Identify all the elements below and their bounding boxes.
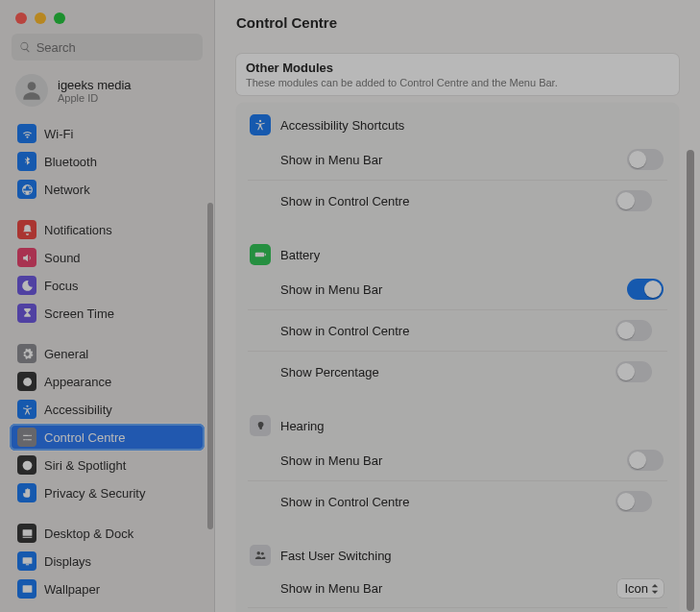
sidebar-item-sound[interactable]: Sound <box>10 244 205 271</box>
sidebar-item-label: Screen Time <box>44 306 114 321</box>
toggle-switch[interactable] <box>616 190 652 211</box>
siri-icon <box>17 455 36 475</box>
search-input[interactable] <box>36 40 195 55</box>
section-title: Other Modules <box>246 61 669 75</box>
hourglass-icon <box>17 304 36 323</box>
sidebar-item-control-centre[interactable]: Control Centre <box>10 424 205 451</box>
setting-label: Show in Control Centre <box>280 495 409 509</box>
sidebar-item-wi-fi[interactable]: Wi-Fi <box>10 120 205 147</box>
setting-label: Show in Menu Bar <box>280 153 382 167</box>
setting-label: Show in Control Centre <box>280 324 409 338</box>
content-area: Other Modules These modules can be added… <box>215 44 700 612</box>
module-name: Fast User Switching <box>280 549 392 563</box>
select-value: Icon <box>624 581 648 596</box>
sidebar-item-label: Appearance <box>44 375 111 389</box>
module-title-fast-user-switching: Fast User Switching <box>236 533 679 570</box>
sidebar-item-label: Wi-Fi <box>44 127 73 141</box>
sidebar-item-accessibility[interactable]: Accessibility <box>10 396 205 423</box>
svg-point-12 <box>257 551 261 555</box>
select-dropdown[interactable]: Icon <box>617 579 664 598</box>
svg-rect-6 <box>22 557 32 564</box>
sidebar-item-screen-time[interactable]: Screen Time <box>10 300 205 327</box>
sidebar-item-desktop-dock[interactable]: Desktop & Dock <box>10 520 205 547</box>
toggle-switch[interactable] <box>627 279 664 300</box>
svg-point-2 <box>26 404 28 406</box>
sidebar-item-label: Notifications <box>44 223 112 237</box>
sidebar-item-label: Wallpaper <box>44 582 100 597</box>
sidebar-item-network[interactable]: Network <box>10 176 205 203</box>
settings-window: igeeks media Apple ID Wi-FiBluetoothNetw… <box>0 0 700 612</box>
sidebar-item-label: Accessibility <box>44 403 112 417</box>
account-row[interactable]: igeeks media Apple ID <box>0 66 214 116</box>
setting-row: Show in Control Centre <box>248 607 667 612</box>
sidebar-item-displays[interactable]: Displays <box>10 548 205 575</box>
sidebar-item-general[interactable]: General <box>10 340 205 367</box>
sidebar-item-label: General <box>44 347 88 361</box>
users-icon <box>250 545 271 566</box>
toggle-switch[interactable] <box>616 361 652 382</box>
sidebar-item-label: Displays <box>44 554 91 569</box>
svg-rect-11 <box>265 254 266 256</box>
avatar <box>15 74 48 107</box>
moon-icon <box>17 276 36 295</box>
sidebar-item-wallpaper[interactable]: Wallpaper <box>10 575 205 602</box>
gear-icon <box>17 344 36 363</box>
toggle-switch[interactable] <box>627 450 664 471</box>
speaker-icon <box>17 248 36 267</box>
account-sub: Apple ID <box>58 92 132 104</box>
svg-rect-8 <box>22 585 32 593</box>
display-icon <box>17 551 36 571</box>
sidebar-item-label: Control Centre <box>44 430 126 445</box>
setting-row: Show in Menu Bar <box>236 139 679 180</box>
sidebar-item-privacy-security[interactable]: Privacy & Security <box>10 479 205 506</box>
setting-label: Show in Control Centre <box>280 194 409 208</box>
sidebar-item-appearance[interactable]: Appearance <box>10 368 205 395</box>
bluetooth-icon <box>17 152 36 171</box>
section-subtitle: These modules can be added to Control Ce… <box>246 77 669 88</box>
sidebar-scrollbar[interactable] <box>207 203 213 529</box>
toggle-switch[interactable] <box>627 149 664 170</box>
sidebar-item-notifications[interactable]: Notifications <box>10 216 205 243</box>
accessibility-icon <box>17 400 36 419</box>
desktop-icon <box>17 524 36 543</box>
content-scrollbar[interactable] <box>687 150 694 611</box>
sidebar-item-label: Bluetooth <box>44 155 97 169</box>
setting-row: Show in Menu Bar <box>236 269 679 309</box>
hand-icon <box>17 483 36 502</box>
wallpaper-icon <box>17 579 36 599</box>
sidebar-item-siri-spotlight[interactable]: Siri & Spotlight <box>10 452 205 478</box>
globe-icon <box>17 180 36 199</box>
chevron-updown-icon <box>650 584 660 594</box>
sidebar-item-label: Focus <box>44 279 78 293</box>
sidebar-item-label: Siri & Spotlight <box>44 458 126 473</box>
sidebar-item-focus[interactable]: Focus <box>10 272 205 299</box>
ear-icon <box>250 415 271 436</box>
sidebar-item-label: Sound <box>44 251 81 265</box>
accessibility-icon <box>250 114 271 135</box>
account-name: igeeks media <box>58 78 132 92</box>
main-pane: Control Centre Other Modules These modul… <box>215 0 700 612</box>
wifi-icon <box>17 124 36 143</box>
setting-row: Show Percentage <box>248 351 667 392</box>
setting-row: Show in Menu Bar <box>236 440 679 480</box>
window-controls <box>0 0 214 24</box>
search-icon <box>19 40 32 54</box>
module-name: Accessibility Shortcuts <box>280 118 404 133</box>
svg-point-3 <box>22 460 32 470</box>
toggle-switch[interactable] <box>616 491 652 512</box>
sidebar-list: Wi-FiBluetoothNetworkNotificationsSoundF… <box>0 116 214 606</box>
module-name: Battery <box>280 248 320 262</box>
sidebar-item-label: Privacy & Security <box>44 486 145 501</box>
bell-icon <box>17 220 36 239</box>
toggle-switch[interactable] <box>616 320 652 341</box>
sidebar-item-bluetooth[interactable]: Bluetooth <box>10 148 205 175</box>
setting-label: Show Percentage <box>280 365 379 379</box>
close-window-button[interactable] <box>15 12 27 24</box>
svg-rect-7 <box>25 564 28 565</box>
battery-icon <box>250 244 271 265</box>
sidebar: igeeks media Apple ID Wi-FiBluetoothNetw… <box>0 0 215 612</box>
fullscreen-window-button[interactable] <box>54 12 65 24</box>
svg-rect-4 <box>22 529 32 536</box>
minimize-window-button[interactable] <box>35 12 46 24</box>
search-field[interactable] <box>12 34 203 61</box>
